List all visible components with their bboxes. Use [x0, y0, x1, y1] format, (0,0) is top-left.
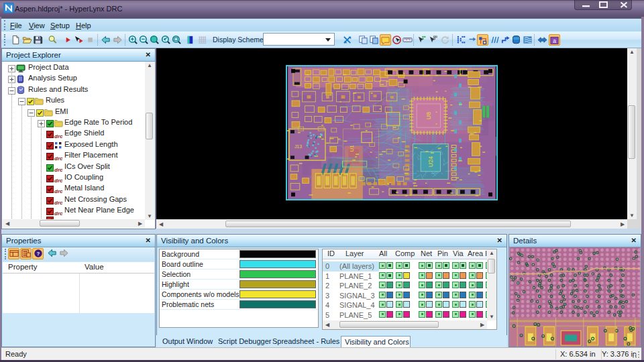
svg-text:U24: U24 — [427, 156, 434, 167]
svg-text:U8: U8 — [425, 112, 432, 119]
svg-text:?: ? — [36, 251, 40, 257]
svg-text:U1: U1 — [349, 145, 355, 152]
svg-text:J13: J13 — [294, 144, 302, 149]
svg-text:a: a — [553, 38, 556, 44]
